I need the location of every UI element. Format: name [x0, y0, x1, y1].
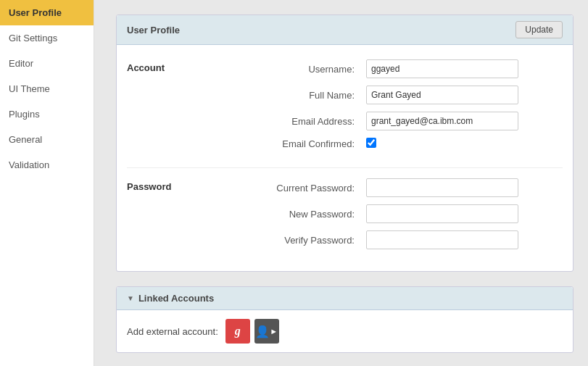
verify-password-input[interactable]	[366, 230, 518, 249]
fullname-input[interactable]	[366, 86, 518, 104]
google-icon: g	[235, 325, 241, 338]
sidebar-item-plugins[interactable]: Plugins	[0, 101, 94, 127]
collapse-triangle-icon: ▼	[127, 294, 134, 302]
email-confirmed-checkbox[interactable]	[366, 138, 376, 148]
username-row: Username:	[250, 59, 563, 78]
email-confirmed-row: Email Confirmed:	[250, 138, 563, 150]
new-password-label: New Password:	[250, 209, 366, 220]
account-section-label-col: Account	[127, 59, 250, 157]
user-profile-panel-title: User Profile	[127, 25, 180, 36]
linked-accounts-header: ▼ Linked Accounts	[117, 287, 573, 310]
username-label: Username:	[250, 64, 366, 75]
email-confirmed-input-wrapper	[366, 138, 518, 150]
verify-password-label: Verify Password:	[250, 235, 366, 246]
sidebar-item-validation[interactable]: Validation	[0, 152, 94, 178]
current-password-row: Current Password:	[250, 178, 563, 197]
current-password-input-wrapper	[366, 178, 518, 197]
email-input[interactable]	[366, 112, 518, 130]
linked-accounts-title: Linked Accounts	[138, 293, 214, 304]
user-profile-panel-header: User Profile Update	[117, 15, 573, 45]
add-external-label: Add external account:	[127, 326, 218, 337]
google-account-button[interactable]: g	[225, 319, 250, 344]
username-input-wrapper	[366, 59, 518, 78]
new-password-input-wrapper	[366, 204, 518, 223]
main-content: User Profile Update Account Username:	[94, 0, 588, 366]
new-password-input[interactable]	[366, 204, 518, 223]
account-label: Account	[127, 62, 165, 73]
current-password-label: Current Password:	[250, 183, 366, 194]
account-fields: Username: Full Name: Email A	[250, 59, 563, 157]
chevron-right-icon: ►	[270, 327, 278, 336]
fullname-input-wrapper	[366, 86, 518, 104]
fullname-label: Full Name:	[250, 90, 366, 101]
linked-accounts-panel: ▼ Linked Accounts Add external account: …	[116, 286, 573, 353]
verify-password-row: Verify Password:	[250, 230, 563, 249]
person-account-button[interactable]: 👤 ►	[254, 319, 279, 344]
sidebar-item-git-settings[interactable]: Git Settings	[0, 25, 94, 51]
email-label: Email Address:	[250, 116, 366, 127]
sidebar-item-user-profile[interactable]: User Profile	[0, 0, 94, 25]
user-profile-panel: User Profile Update Account Username:	[116, 14, 573, 272]
sidebar-item-editor[interactable]: Editor	[0, 51, 94, 76]
person-icon: 👤	[255, 325, 270, 338]
password-fields: Current Password: New Password:	[250, 178, 563, 257]
password-label: Password	[127, 181, 171, 192]
password-section: Password Current Password: New Password:	[127, 178, 563, 257]
sidebar: User Profile Git Settings Editor UI Them…	[0, 0, 94, 366]
password-section-label-col: Password	[127, 178, 250, 257]
user-profile-panel-body: Account Username: Full Name:	[117, 45, 573, 271]
linked-accounts-body: Add external account: g 👤 ►	[117, 310, 573, 352]
email-confirmed-label: Email Confirmed:	[250, 138, 366, 149]
current-password-input[interactable]	[366, 178, 518, 197]
section-divider	[127, 167, 563, 168]
email-row: Email Address:	[250, 112, 563, 130]
fullname-row: Full Name:	[250, 86, 563, 104]
sidebar-item-ui-theme[interactable]: UI Theme	[0, 76, 94, 101]
account-section: Account Username: Full Name:	[127, 59, 563, 157]
update-button[interactable]: Update	[515, 21, 563, 38]
verify-password-input-wrapper	[366, 230, 518, 249]
email-input-wrapper	[366, 112, 518, 130]
username-input[interactable]	[366, 59, 518, 78]
new-password-row: New Password:	[250, 204, 563, 223]
sidebar-item-general[interactable]: General	[0, 127, 94, 152]
